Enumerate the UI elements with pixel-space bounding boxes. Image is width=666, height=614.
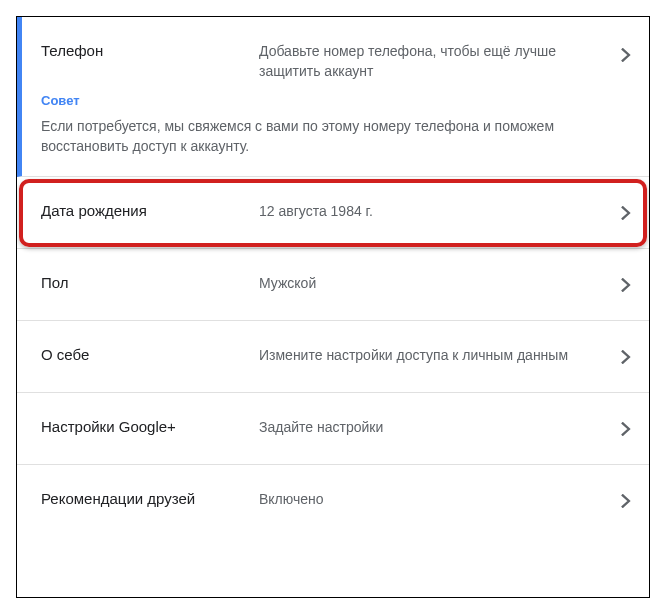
birthday-label: Дата рождения	[41, 201, 259, 221]
gender-row[interactable]: Пол Мужской	[17, 249, 649, 321]
about-value: Измените настройки доступа к личным данн…	[259, 345, 629, 365]
chevron-right-icon	[621, 48, 631, 62]
phone-label: Телефон	[41, 41, 259, 61]
gender-value: Мужской	[259, 273, 629, 293]
chevron-right-icon	[621, 350, 631, 364]
settings-panel: Телефон Добавьте номер телефона, чтобы е…	[16, 16, 650, 598]
phone-block: Телефон Добавьте номер телефона, чтобы е…	[17, 17, 649, 177]
gender-label: Пол	[41, 273, 259, 293]
phone-row[interactable]: Телефон Добавьте номер телефона, чтобы е…	[22, 17, 649, 93]
chevron-right-icon	[621, 206, 631, 220]
phone-value: Добавьте номер телефона, чтобы ещё лучше…	[259, 41, 629, 81]
friends-value: Включено	[259, 489, 629, 509]
chevron-right-icon	[621, 278, 631, 292]
birthday-highlight: Дата рождения 12 августа 1984 г.	[17, 177, 649, 249]
about-row[interactable]: О себе Измените настройки доступа к личн…	[17, 321, 649, 393]
gplus-row[interactable]: Настройки Google+ Задайте настройки	[17, 393, 649, 465]
gplus-label: Настройки Google+	[41, 417, 259, 437]
tip-text: Если потребуется, мы свяжемся с вами по …	[22, 116, 649, 156]
tip-label: Совет	[22, 93, 649, 116]
friends-row[interactable]: Рекомендации друзей Включено	[17, 465, 649, 537]
friends-label: Рекомендации друзей	[41, 489, 259, 509]
chevron-right-icon	[621, 494, 631, 508]
birthday-value: 12 августа 1984 г.	[259, 201, 629, 221]
chevron-right-icon	[621, 422, 631, 436]
birthday-row[interactable]: Дата рождения 12 августа 1984 г.	[17, 177, 649, 249]
about-label: О себе	[41, 345, 259, 365]
gplus-value: Задайте настройки	[259, 417, 629, 437]
